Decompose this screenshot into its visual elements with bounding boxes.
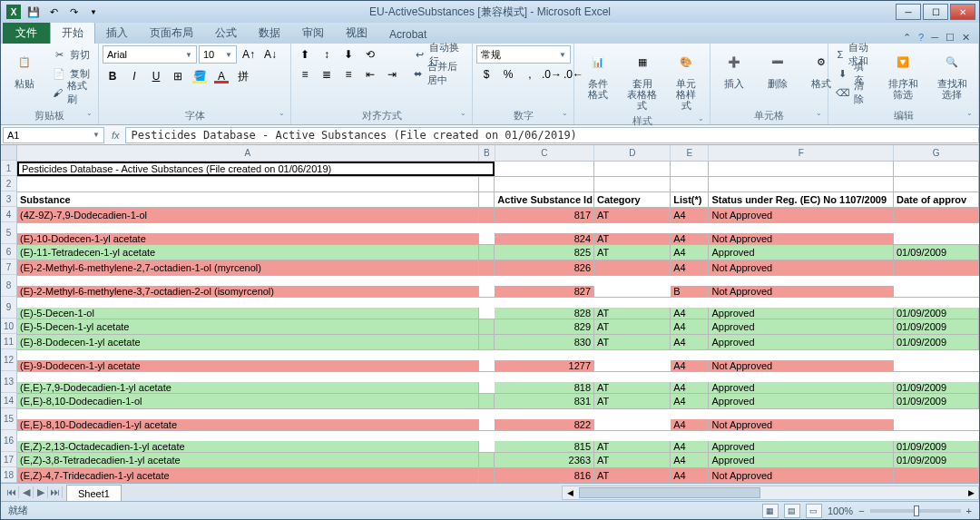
delete-cells-button[interactable]: ➖删除: [758, 45, 798, 91]
align-bottom-icon[interactable]: ⬇: [338, 45, 358, 64]
cell[interactable]: (E)-2-Methyl-6-methylene-3,7-octadien-2-…: [17, 286, 479, 297]
cell[interactable]: 01/09/2009: [894, 335, 979, 349]
cell[interactable]: [479, 245, 495, 260]
sheet-nav-last-icon[interactable]: ⏭: [48, 486, 63, 498]
cell[interactable]: 831: [495, 394, 594, 408]
cell[interactable]: A4: [671, 441, 709, 452]
cell[interactable]: Active Substance Id: [495, 192, 594, 207]
cell[interactable]: AT: [594, 233, 671, 244]
zoom-out-icon[interactable]: −: [858, 505, 864, 516]
cell[interactable]: 01/09/2009: [894, 394, 979, 408]
cell[interactable]: AT: [594, 394, 671, 408]
doc-restore-icon[interactable]: ☐: [946, 32, 955, 44]
cell[interactable]: 01/09/2009: [894, 308, 979, 319]
row-hdr[interactable]: 15: [1, 408, 16, 430]
cell[interactable]: [495, 177, 594, 191]
cell[interactable]: (E,Z)-3,8-Tetradecadien-1-yl acetate: [17, 453, 479, 467]
cell-style-button[interactable]: 🎨单元格样式: [666, 45, 706, 113]
close-button[interactable]: ✕: [950, 4, 975, 20]
cell[interactable]: 822: [495, 419, 594, 430]
cell[interactable]: A4: [671, 382, 709, 393]
doc-close-icon[interactable]: ✕: [962, 32, 970, 44]
cell[interactable]: A4: [671, 335, 709, 349]
cell[interactable]: 827: [495, 286, 594, 297]
tab-insert[interactable]: 插入: [95, 23, 139, 44]
cell[interactable]: Not Approved: [709, 233, 894, 244]
col-hdr[interactable]: A: [17, 145, 479, 161]
row-hdr[interactable]: 9: [1, 297, 16, 319]
cell[interactable]: [479, 468, 495, 483]
underline-icon[interactable]: U: [146, 67, 166, 85]
cell[interactable]: Not Approved: [709, 468, 894, 483]
tab-home[interactable]: 开始: [50, 22, 95, 44]
row-hdr[interactable]: 12: [1, 349, 16, 371]
col-hdr[interactable]: E: [671, 145, 709, 161]
cell[interactable]: (E)-11-Tetradecen-1-yl acetate: [17, 245, 479, 260]
cell[interactable]: AT: [594, 441, 671, 452]
cell[interactable]: Substance: [17, 192, 479, 207]
row-hdr[interactable]: 3: [1, 191, 16, 207]
row-hdr[interactable]: 4: [1, 207, 16, 222]
normal-view-icon[interactable]: ▦: [762, 504, 779, 518]
cell[interactable]: [709, 177, 894, 191]
cell[interactable]: Not Approved: [709, 208, 894, 222]
cell[interactable]: 826: [495, 260, 594, 275]
shrink-font-icon[interactable]: A↓: [260, 45, 280, 64]
page-layout-icon[interactable]: ▤: [784, 504, 800, 518]
cell[interactable]: [17, 177, 479, 191]
redo-icon[interactable]: ↷: [64, 3, 83, 21]
cell[interactable]: 815: [495, 441, 594, 452]
cell[interactable]: 01/09/2009: [894, 453, 979, 467]
tab-review[interactable]: 审阅: [291, 23, 335, 44]
indent-dec-icon[interactable]: ⇤: [360, 65, 380, 83]
zoom-slider[interactable]: [870, 509, 961, 513]
help-icon[interactable]: ?: [918, 32, 924, 44]
cell[interactable]: [594, 162, 671, 176]
align-left-icon[interactable]: ≡: [295, 65, 315, 83]
font-size-combo[interactable]: 10▼: [199, 45, 237, 64]
cell[interactable]: AT: [594, 245, 671, 260]
cell[interactable]: Approved: [709, 335, 894, 349]
cell[interactable]: Approved: [709, 308, 894, 319]
zoom-in-icon[interactable]: +: [966, 505, 972, 516]
horizontal-scrollbar[interactable]: ◀ ▶: [562, 486, 979, 500]
tab-data[interactable]: 数据: [248, 23, 291, 44]
row-hdr[interactable]: 5: [1, 222, 16, 244]
scroll-right-icon[interactable]: ▶: [964, 488, 978, 497]
scroll-thumb[interactable]: [579, 487, 760, 498]
doc-min-icon[interactable]: ─: [931, 32, 938, 44]
cell[interactable]: 818: [495, 382, 594, 393]
cell[interactable]: [479, 260, 495, 275]
cell[interactable]: 824: [495, 233, 594, 244]
align-center-icon[interactable]: ≣: [317, 65, 337, 83]
cell[interactable]: (E)-2-Methyl-6-methylene-2,7-octadien-1-…: [17, 260, 479, 275]
cell[interactable]: Not Approved: [709, 419, 894, 430]
find-select-button[interactable]: 🔍查找和选择: [929, 45, 975, 102]
sort-filter-button[interactable]: 🔽排序和筛选: [880, 45, 926, 102]
cell[interactable]: [479, 394, 495, 408]
cell[interactable]: A4: [671, 260, 709, 275]
cell[interactable]: [709, 162, 894, 176]
cond-format-button[interactable]: 📊条件格式: [578, 45, 618, 102]
cell[interactable]: [594, 260, 671, 275]
cell[interactable]: (E,E)-8,10-Dodecadien-1-ol: [17, 394, 479, 408]
row-hdr[interactable]: 2: [1, 176, 16, 191]
cell[interactable]: [479, 177, 495, 191]
cell[interactable]: Not Approved: [709, 286, 894, 297]
cell[interactable]: 825: [495, 245, 594, 260]
table-format-button[interactable]: ▦套用 表格格式: [622, 45, 662, 113]
bold-icon[interactable]: B: [103, 67, 122, 85]
cell[interactable]: [479, 208, 495, 222]
cell[interactable]: [894, 177, 979, 191]
row-hdr[interactable]: 8: [1, 275, 16, 297]
cell[interactable]: (E,Z)-2,13-Octadecadien-1-yl acetate: [17, 441, 479, 452]
cell[interactable]: Approved: [709, 319, 894, 334]
row-hdr[interactable]: 7: [1, 260, 16, 275]
col-hdr[interactable]: G: [894, 145, 979, 161]
minimize-button[interactable]: ─: [896, 4, 921, 20]
cell[interactable]: A4: [671, 319, 709, 334]
cell[interactable]: [495, 162, 594, 176]
col-hdr[interactable]: D: [594, 145, 671, 161]
cell[interactable]: A4: [671, 360, 709, 371]
grow-font-icon[interactable]: A↑: [239, 45, 259, 64]
